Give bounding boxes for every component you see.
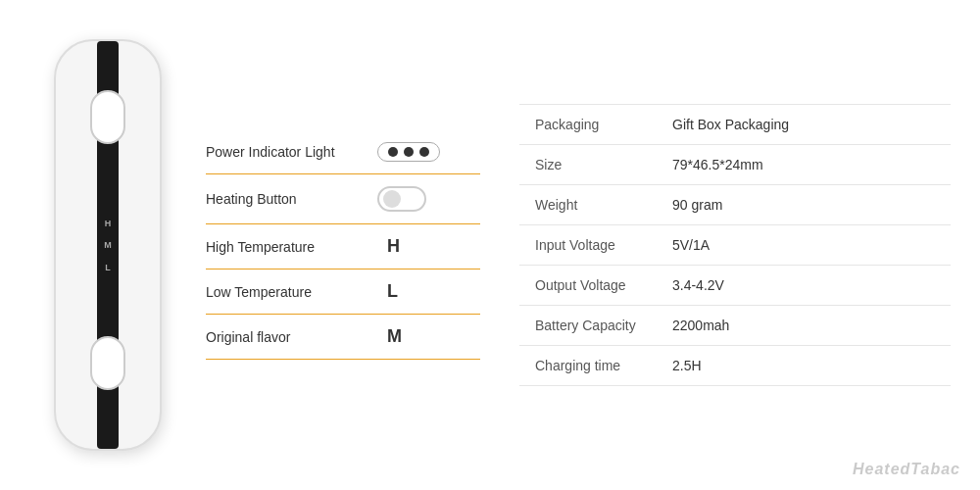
power-indicator-row: Power Indicator Light [206,130,480,174]
low-temp-label: Low Temperature [206,284,377,300]
device-illustration: H M L [54,39,162,451]
original-flavor-letter: M [387,326,402,347]
spec-value-2: 90 gram [657,185,951,225]
specs-row-5: Battery Capacity2200mah [519,306,951,346]
device-letter-l: L [105,263,111,272]
specs-row-4: Output Voltage3.4-4.2V [519,266,951,306]
original-flavor-row: Original flavor M [206,315,480,360]
device-section: H M L [29,39,186,451]
specs-row-3: Input Voltage5V/1A [519,225,951,266]
specs-row-0: PackagingGift Box Packaging [519,105,951,145]
watermark: HeatedTabac [853,461,960,478]
main-container: H M L Power Indicator Light Heating [0,0,980,490]
specs-table: PackagingGift Box PackagingSize79*46.5*2… [519,104,951,386]
toggle-handle [383,190,401,208]
low-temp-row: Low Temperature L [206,270,480,315]
spec-label-2: Weight [519,185,657,225]
low-temp-letter: L [387,281,398,302]
original-flavor-label: Original flavor [206,329,377,345]
spec-value-0: Gift Box Packaging [657,105,951,145]
power-indicator-label: Power Indicator Light [206,144,377,160]
specs-section: PackagingGift Box PackagingSize79*46.5*2… [480,104,951,386]
spec-value-5: 2200mah [657,306,951,346]
labels-section: Power Indicator Light Heating Button Hig… [186,130,480,360]
spec-label-3: Input Voltage [519,225,657,266]
heating-button-label: Heating Button [206,191,377,207]
spec-label-4: Output Voltage [519,266,657,306]
specs-row-1: Size79*46.5*24mm [519,145,951,185]
heating-toggle[interactable] [377,186,426,212]
spec-label-1: Size [519,145,657,185]
heating-button-row: Heating Button [206,174,480,224]
spec-value-3: 5V/1A [657,225,951,266]
spec-label-6: Charging time [519,346,657,386]
dot-3 [419,147,429,157]
high-temp-letter: H [387,236,400,257]
specs-row-2: Weight90 gram [519,185,951,225]
spec-value-4: 3.4-4.2V [657,266,951,306]
dot-2 [404,147,414,157]
power-indicator-dots [377,142,440,162]
spec-label-0: Packaging [519,105,657,145]
device-body: H M L [54,39,162,451]
high-temp-row: High Temperature H [206,224,480,270]
spec-label-5: Battery Capacity [519,306,657,346]
device-letter-h: H [105,219,112,228]
dot-1 [388,147,398,157]
device-letter-m: M [104,240,112,250]
device-mid-panel: H M L [97,206,119,284]
high-temp-label: High Temperature [206,239,377,255]
device-top-button [90,90,125,144]
spec-value-6: 2.5H [657,346,951,386]
device-bottom-button [90,336,125,390]
specs-row-6: Charging time2.5H [519,346,951,386]
spec-value-1: 79*46.5*24mm [657,145,951,185]
